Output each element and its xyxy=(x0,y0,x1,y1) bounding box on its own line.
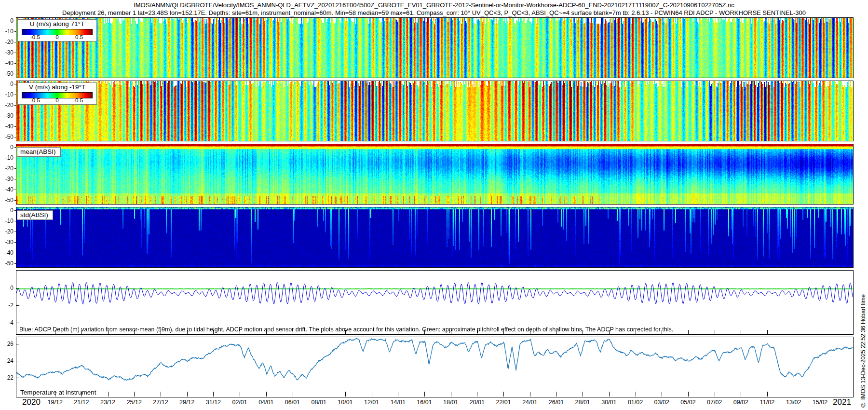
y-tick-mark xyxy=(14,200,16,201)
std-absi-heatmap-panel: std(ABSI) xyxy=(16,207,854,268)
u-colorbar-ticks: -0.5 0 0.5 xyxy=(22,34,93,41)
x-tick-mark xyxy=(293,392,293,396)
y-tick-label: -30 xyxy=(0,49,14,56)
x-axis-date-label: 14/01 xyxy=(391,399,406,406)
y-tick-mark xyxy=(14,126,16,127)
u-velocity-heatmap xyxy=(16,18,853,78)
depth-variation-note: Blue: ADCP Depth (m) variation from sens… xyxy=(19,326,673,333)
v-velocity-heatmap-panel: V (m/s) along -19°T -0.5 0 0.5 xyxy=(16,81,854,141)
x-axis-date-label: 01/02 xyxy=(628,399,643,406)
x-axis-date-label: 13/02 xyxy=(786,399,801,406)
y-tick-label: -4 xyxy=(0,319,14,326)
y-tick-label: -40 xyxy=(0,123,14,130)
y-tick-mark xyxy=(16,344,19,344)
x-tick-mark xyxy=(398,392,398,396)
std-absi-heatmap xyxy=(16,207,853,267)
y-tick-mark xyxy=(14,242,16,243)
depth-variation-line-chart xyxy=(16,271,853,334)
y-tick-mark xyxy=(14,84,16,84)
y-tick-label: -50 xyxy=(0,134,14,140)
x-axis-date-label: 21/12 xyxy=(74,399,89,406)
figure-subtitle-deployment-info: Deployment 26, member 1 lat=23.48S lon=1… xyxy=(0,9,868,16)
y-tick-mark xyxy=(14,263,16,264)
y-tick-mark xyxy=(16,378,19,378)
v-colorbar-tick-neg: -0.5 xyxy=(30,97,40,103)
mean-absi-heatmap-panel: mean(ABSI) xyxy=(16,144,854,205)
y-tick-mark xyxy=(14,63,16,64)
x-axis-date-label: 25/12 xyxy=(127,399,142,406)
x-tick-mark xyxy=(424,392,425,396)
y-tick-mark xyxy=(14,190,16,190)
imos-copyright-watermark: © IMOS 13-Dec-2025 22:52:36 Hobart time xyxy=(860,294,867,408)
y-tick-label: 0 xyxy=(0,207,14,214)
x-axis-date-label: 18/01 xyxy=(443,399,458,406)
y-tick-mark xyxy=(16,288,19,288)
x-axis-date-label: 10/01 xyxy=(338,399,353,406)
y-tick-label: 0 xyxy=(0,285,14,291)
x-tick-mark xyxy=(134,392,135,396)
y-tick-mark xyxy=(14,210,16,211)
u-colorbar-tick-pos: 0.5 xyxy=(75,34,83,40)
y-tick-label: 0 xyxy=(0,17,14,24)
v-colorbar-tick-zero: 0 xyxy=(55,97,58,103)
y-tick-label: -30 xyxy=(0,239,14,246)
y-tick-mark xyxy=(14,95,16,95)
x-tick-mark xyxy=(266,392,267,396)
x-tick-mark xyxy=(345,392,346,396)
y-tick-label: -20 xyxy=(0,39,14,45)
adcp-mooring-plot-figure: IMOS/ANMN/QLD/GBROTE/Velocity/IMOS_ANMN-… xyxy=(0,0,868,410)
v-velocity-heatmap xyxy=(16,81,853,141)
y-tick-mark xyxy=(14,221,16,221)
x-axis-date-label: 11/02 xyxy=(760,399,774,406)
x-tick-mark xyxy=(662,392,662,396)
x-tick-mark xyxy=(767,330,768,334)
depth-variation-line-panel: Blue: ADCP Depth (m) variation from sens… xyxy=(16,270,854,335)
u-legend-title: U (m/s) along 71°T xyxy=(18,20,96,27)
y-tick-mark xyxy=(14,253,16,253)
y-tick-label: 22 xyxy=(0,374,14,381)
x-axis-date-label: 29/12 xyxy=(179,399,194,406)
y-tick-label: -40 xyxy=(0,186,14,193)
y-tick-label: -2 xyxy=(0,302,14,309)
x-tick-mark xyxy=(161,392,161,396)
y-tick-label: -10 xyxy=(0,154,14,161)
x-axis-date-label: 02/01 xyxy=(232,399,247,406)
x-tick-mark xyxy=(451,392,451,396)
v-colorbar-ticks: -0.5 0 0.5 xyxy=(22,97,93,104)
u-colorbar-legend: U (m/s) along 71°T -0.5 0 0.5 xyxy=(17,19,97,41)
x-tick-mark xyxy=(187,392,188,396)
figure-title-filename: IMOS/ANMN/QLD/GBROTE/Velocity/IMOS_ANMN-… xyxy=(0,1,868,9)
temperature-line-panel: Temperature at instrument xyxy=(16,337,854,397)
x-tick-mark xyxy=(741,330,741,334)
x-axis-date-label: 23/12 xyxy=(100,399,115,406)
y-tick-label: -20 xyxy=(0,165,14,172)
y-tick-mark xyxy=(14,31,16,32)
x-axis-date-label: 15/02 xyxy=(813,399,827,406)
x-tick-mark xyxy=(213,392,214,396)
y-tick-mark xyxy=(16,361,19,361)
x-axis-date-label: 24/01 xyxy=(522,399,537,406)
y-tick-label: -30 xyxy=(0,176,14,182)
x-tick-mark xyxy=(688,330,689,334)
y-tick-mark xyxy=(14,53,16,53)
std-absi-label: std(ABSI) xyxy=(17,210,53,220)
mean-absi-heatmap xyxy=(16,144,853,204)
y-tick-label: -20 xyxy=(0,102,14,109)
x-tick-mark xyxy=(319,392,319,396)
y-tick-label: -20 xyxy=(0,228,14,235)
y-tick-mark xyxy=(14,21,16,21)
y-tick-mark xyxy=(14,137,16,137)
x-tick-mark xyxy=(767,392,768,396)
y-tick-label: -50 xyxy=(0,197,14,204)
x-axis-date-label: 27/12 xyxy=(153,399,168,406)
y-tick-mark xyxy=(16,305,19,306)
x-tick-mark xyxy=(741,392,741,396)
y-tick-label: -10 xyxy=(0,28,14,35)
y-tick-mark xyxy=(14,179,16,179)
y-tick-mark xyxy=(14,158,16,158)
x-axis-date-label: 12/01 xyxy=(364,399,379,406)
y-tick-mark xyxy=(14,42,16,42)
x-axis-date-label: 26/01 xyxy=(549,399,564,406)
x-tick-mark xyxy=(477,392,477,396)
u-velocity-heatmap-panel: U (m/s) along 71°T -0.5 0 0.5 xyxy=(16,17,854,78)
